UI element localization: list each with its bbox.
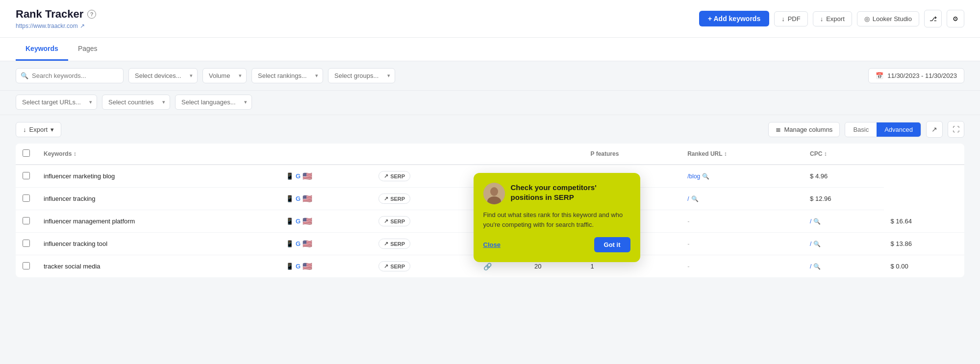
row-checkbox[interactable] <box>23 217 30 224</box>
ranked-url-cell: / 🔍 <box>803 233 883 255</box>
target-urls-select-wrap: Select target URLs... <box>16 95 97 110</box>
tabs-bar: Keywords Pages <box>0 38 980 61</box>
header-empty-4 <box>528 144 584 165</box>
serp-cell: ↗ SERP <box>372 255 477 278</box>
export-down-icon: ↓ <box>23 126 26 133</box>
languages-select[interactable]: Select languages... <box>175 95 252 110</box>
looker-studio-button[interactable]: ◎ Looker Studio <box>857 11 919 26</box>
help-icon[interactable]: ? <box>87 10 96 19</box>
expand-icon-button[interactable]: ↗ <box>926 121 943 138</box>
mobile-icon: 📱 <box>286 195 294 202</box>
share-icon: ⎇ <box>930 15 937 23</box>
row-checkbox-cell <box>16 210 37 233</box>
google-icon: G <box>296 218 301 225</box>
groups-select[interactable]: Select groups... <box>328 68 395 83</box>
manage-columns-button[interactable]: ≣ Manage columns <box>768 122 840 137</box>
fullscreen-button[interactable]: ⛶ <box>948 121 964 138</box>
tooltip-header: Check your competitors' positions in SER… <box>483 183 630 204</box>
serp-trend-icon: ↗ <box>384 241 388 247</box>
app-url: https://www.traackr.com ↗ <box>16 23 96 29</box>
basic-view-button[interactable]: Basic <box>845 122 877 137</box>
header-empty-3 <box>477 144 528 165</box>
countries-select[interactable]: Select countries <box>102 95 170 110</box>
target-urls-select[interactable]: Select target URLs... <box>16 95 97 110</box>
tooltip-actions: Close Got it <box>483 237 630 252</box>
google-icon: G <box>296 240 301 247</box>
serp-trend-icon: ↗ <box>384 173 388 179</box>
settings-icon: ⚙ <box>953 15 958 23</box>
date-range-text: 11/30/2023 - 11/30/2023 <box>887 72 957 79</box>
svg-point-1 <box>490 187 498 196</box>
ranked-url-cell: / 🔍 <box>803 210 883 233</box>
serp-cell: ↗ SERP <box>372 233 477 255</box>
row-checkbox-cell <box>16 255 37 278</box>
serp-button[interactable]: ↗ SERP <box>378 171 410 181</box>
search-input[interactable] <box>16 68 124 83</box>
devices-select[interactable]: Select devices... <box>128 68 198 83</box>
pdf-button[interactable]: ↓ PDF <box>774 11 808 26</box>
tooltip-popup: Check your competitors' positions in SER… <box>474 173 640 262</box>
serp-cell: ↗ SERP <box>372 188 477 210</box>
row-checkbox[interactable] <box>23 262 30 269</box>
devices-select-wrap: Select devices... <box>128 68 198 83</box>
calendar-icon: 📅 <box>876 72 883 79</box>
filters-bar: 🔍 Select devices... Volume Select rankin… <box>0 61 980 91</box>
flag-icon: 🇺🇸 <box>302 194 312 203</box>
columns-icon: ≣ <box>776 126 781 133</box>
settings-button[interactable]: ⚙ <box>947 10 964 27</box>
serp-button[interactable]: ↗ SERP <box>378 261 410 271</box>
rankings-select[interactable]: Select rankings... <box>251 68 323 83</box>
tooltip-avatar <box>483 183 505 204</box>
cpc-cell: $ 12.96 <box>803 188 883 210</box>
tab-pages[interactable]: Pages <box>68 38 107 61</box>
device-cell: 📱 G 🇺🇸 <box>279 165 372 188</box>
advanced-view-button[interactable]: Advanced <box>877 122 921 137</box>
ranked-url-cell: / 🔍 <box>803 255 883 278</box>
row-checkbox-cell <box>16 233 37 255</box>
export-button[interactable]: ↓ Export <box>813 11 852 26</box>
serp-button[interactable]: ↗ SERP <box>378 194 410 204</box>
table-actions: ↓ Export ▾ ≣ Manage columns Basic Advanc… <box>0 115 980 144</box>
share-button[interactable]: ⎇ <box>924 10 942 27</box>
serp-trend-icon: ↗ <box>384 263 388 269</box>
row-checkbox-cell <box>16 188 37 210</box>
volume-select-wrap: Volume <box>202 68 247 83</box>
external-link-icon: ↗ <box>80 23 85 29</box>
cpc-cell: $ 16.64 <box>884 210 965 233</box>
mobile-icon: 📱 <box>286 172 294 180</box>
volume-select[interactable]: Volume <box>202 68 247 83</box>
row-checkbox[interactable] <box>23 194 30 202</box>
pdf-icon: ↓ <box>781 15 785 23</box>
main-content: Keywords ↕ P features Ranked URL ↕ CPC ↕… <box>0 144 980 277</box>
device-cell: 📱 G 🇺🇸 <box>279 255 372 278</box>
ranked-url-cell: / 🔍 <box>680 188 803 210</box>
tooltip-close-button[interactable]: Close <box>483 241 501 248</box>
select-all-checkbox[interactable] <box>23 149 30 157</box>
table-header-row: Keywords ↕ P features Ranked URL ↕ CPC ↕ <box>16 144 964 165</box>
dash-cell: - <box>680 233 803 255</box>
header-ranked-url: Ranked URL ↕ <box>680 144 803 165</box>
row-checkbox[interactable] <box>23 240 30 247</box>
app-title: Rank Tracker ? <box>16 8 96 21</box>
serp-button[interactable]: ↗ SERP <box>378 216 410 226</box>
export-icon: ↓ <box>820 15 824 23</box>
tab-keywords[interactable]: Keywords <box>16 38 68 61</box>
flag-icon: 🇺🇸 <box>302 217 312 226</box>
keyword-cell: influencer tracking tool <box>37 233 279 255</box>
fullscreen-icon: ⛶ <box>953 125 959 133</box>
add-keywords-button[interactable]: + Add keywords <box>699 11 769 26</box>
date-filter[interactable]: 📅 11/30/2023 - 11/30/2023 <box>868 68 964 83</box>
tooltip-got-it-button[interactable]: Got it <box>594 237 630 252</box>
keyword-cell: tracker social media <box>37 255 279 278</box>
top-bar: Rank Tracker ? https://www.traackr.com ↗… <box>0 0 980 38</box>
row-checkbox-cell <box>16 165 37 188</box>
rankings-select-wrap: Select rankings... <box>251 68 323 83</box>
serp-cell: ↗ SERP <box>372 165 477 188</box>
google-icon: G <box>296 195 301 202</box>
row-checkbox[interactable] <box>23 172 30 179</box>
cpc-cell: $ 4.96 <box>803 165 883 188</box>
top-bar-actions: + Add keywords ↓ PDF ↓ Export ◎ Looker S… <box>699 10 964 27</box>
trend-icon: ↗ <box>931 125 937 133</box>
export-table-button[interactable]: ↓ Export ▾ <box>16 122 61 137</box>
serp-button[interactable]: ↗ SERP <box>378 239 410 249</box>
